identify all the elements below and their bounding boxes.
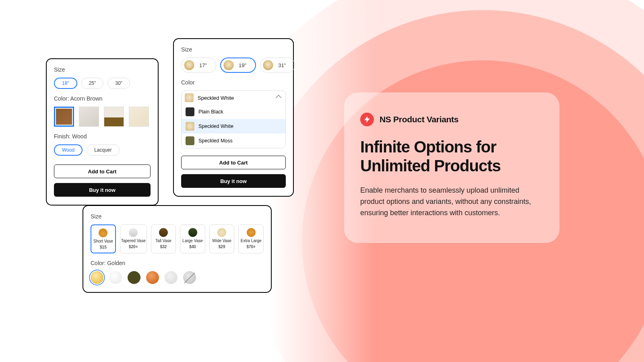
size-option-18[interactable]: 18" bbox=[54, 78, 77, 89]
lamp-icon bbox=[223, 60, 234, 70]
vase-icon bbox=[217, 228, 226, 237]
color-circle-golden[interactable] bbox=[91, 271, 103, 284]
size-option-label: 31" bbox=[278, 62, 286, 68]
color-label: Color: Acorn Brown bbox=[54, 95, 151, 102]
vase-icon bbox=[188, 228, 197, 237]
tile-name: Tapered Vase bbox=[121, 239, 146, 243]
size-option-19[interactable]: 19" bbox=[220, 58, 256, 73]
size-option-25[interactable]: 25" bbox=[81, 78, 104, 89]
color-option-plain-black[interactable]: Plain Black bbox=[182, 105, 285, 119]
color-dropdown-list: Plain Black Speckled White Speckled Moss bbox=[182, 105, 285, 148]
color-swatch-cream[interactable] bbox=[129, 107, 149, 127]
size-option-17[interactable]: 17" bbox=[181, 58, 216, 73]
color-option-label: Plain Black bbox=[198, 109, 223, 115]
size-option-label: 19" bbox=[239, 62, 246, 68]
tile-price: $29 bbox=[219, 245, 225, 249]
dropdown-selected-label: Speckled White bbox=[198, 95, 234, 101]
color-circle-white[interactable] bbox=[109, 271, 122, 284]
size-label: Size bbox=[181, 46, 286, 53]
color-option-label: Speckled White bbox=[198, 123, 233, 129]
vase-icon bbox=[247, 228, 256, 237]
size-label: Size bbox=[91, 213, 264, 220]
size-label: Size bbox=[54, 66, 151, 73]
headline: Infinite Options for Unlimited Products bbox=[360, 138, 543, 175]
size-tile-large-vase[interactable]: Large Vase $40 bbox=[180, 224, 205, 253]
size-tile-short-vase[interactable]: Short Vase $15 bbox=[91, 224, 116, 253]
tile-price: $20+ bbox=[129, 245, 138, 249]
tile-price: $15 bbox=[100, 245, 107, 249]
color-swatch-acorn-brown[interactable] bbox=[54, 107, 74, 127]
color-swatch-two-tone[interactable] bbox=[104, 107, 124, 127]
size-option-label: 17" bbox=[199, 62, 207, 68]
color-circle-grey[interactable] bbox=[165, 271, 178, 284]
lamp-icon bbox=[184, 60, 194, 70]
add-to-cart-button[interactable]: Add to Cart bbox=[181, 156, 286, 169]
variant-card-c: Size Short Vase $15 Tapered Vase $20+ Ta… bbox=[83, 205, 272, 293]
color-label: Color bbox=[181, 79, 286, 86]
tile-name: Extra Large bbox=[241, 239, 262, 243]
color-swatch-grey[interactable] bbox=[79, 107, 99, 127]
buy-now-button[interactable]: Buy it now bbox=[54, 183, 151, 197]
brand-name: NS Product Variants bbox=[380, 115, 458, 124]
tile-name: Tall Vase bbox=[155, 239, 171, 243]
variant-card-b: Size 17" 19" 31" Color Speckled White Pl… bbox=[173, 38, 294, 197]
color-circle-silver-unavailable[interactable] bbox=[183, 271, 196, 284]
vase-icon bbox=[129, 228, 138, 237]
tile-price: $40 bbox=[189, 245, 196, 249]
size-tile-wide-vase[interactable]: Wide Vase $29 bbox=[209, 224, 235, 253]
chevron-up-icon bbox=[276, 95, 281, 101]
color-dropdown: Speckled White Plain Black Speckled Whit… bbox=[181, 90, 286, 148]
size-option-30[interactable]: 30" bbox=[107, 78, 130, 89]
finish-option-wood[interactable]: Wood bbox=[54, 144, 83, 156]
add-to-cart-button[interactable]: Add to Cart bbox=[54, 165, 151, 178]
size-tile-tall-vase[interactable]: Tall Vase $32 bbox=[151, 224, 176, 253]
info-panel: NS Product Variants Infinite Options for… bbox=[344, 93, 559, 243]
size-option-31[interactable]: 31" bbox=[260, 58, 295, 73]
tile-name: Short Vase bbox=[93, 239, 113, 243]
color-option-speckled-moss[interactable]: Speckled Moss bbox=[182, 134, 285, 148]
lamp-icon bbox=[185, 93, 194, 102]
color-dropdown-toggle[interactable]: Speckled White bbox=[182, 91, 285, 105]
variant-card-a: Size 18" 25" 30" Color: Acorn Brown Fini… bbox=[46, 58, 159, 206]
vase-icon bbox=[99, 228, 107, 237]
tile-price: $32 bbox=[160, 245, 167, 249]
finish-option-lacquer[interactable]: Lacquer bbox=[87, 144, 119, 156]
vase-icon bbox=[159, 228, 168, 237]
tile-price: $70+ bbox=[246, 245, 256, 249]
description: Enable merchants to seamlessly upload un… bbox=[360, 185, 543, 219]
lamp-icon bbox=[186, 107, 194, 116]
size-tile-tapered-vase[interactable]: Tapered Vase $20+ bbox=[120, 224, 147, 253]
color-option-speckled-white[interactable]: Speckled White bbox=[182, 119, 285, 134]
buy-now-button[interactable]: Buy it now bbox=[181, 174, 286, 188]
lamp-icon bbox=[186, 136, 194, 145]
tile-name: Wide Vase bbox=[212, 239, 231, 243]
finish-label: Finish: Wood bbox=[54, 133, 151, 140]
color-label: Color: Golden bbox=[91, 260, 264, 266]
brand-logo-icon bbox=[360, 113, 374, 126]
color-circle-olive[interactable] bbox=[128, 271, 140, 284]
color-circle-copper[interactable] bbox=[146, 271, 159, 284]
color-option-label: Speckled Moss bbox=[198, 138, 233, 144]
lamp-icon bbox=[186, 122, 194, 131]
size-tile-extra-large[interactable]: Extra Large $70+ bbox=[238, 224, 264, 253]
tile-name: Large Vase bbox=[182, 239, 202, 243]
lamp-icon bbox=[263, 60, 273, 70]
